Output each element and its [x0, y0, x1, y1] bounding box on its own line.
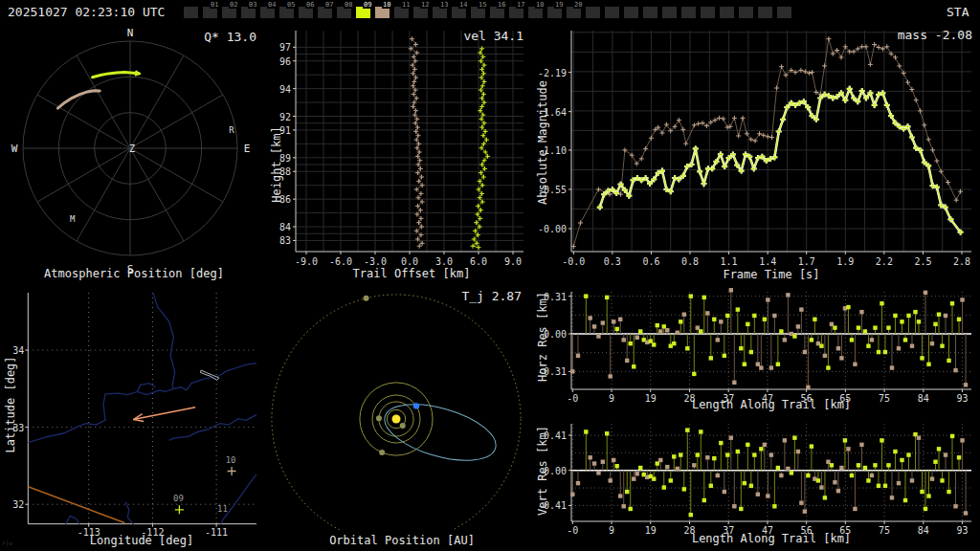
- station-box[interactable]: [777, 7, 791, 18]
- map-features: [28, 293, 256, 525]
- station-box[interactable]: [643, 7, 657, 18]
- tick-label: 84: [918, 525, 929, 536]
- station-box-label: 11: [401, 1, 411, 9]
- tick-label: 75: [879, 393, 890, 404]
- tick-label: 2.8: [953, 256, 970, 267]
- map-plot: 091011: [25, 293, 256, 527]
- station-box-label: 18: [535, 1, 545, 9]
- height-badge: vel 34.1: [463, 29, 523, 43]
- tick-label: 6.0: [470, 256, 487, 267]
- tick-label: -0.41: [538, 500, 567, 511]
- station-box-label: 08: [344, 1, 353, 9]
- mag-plot: [568, 31, 971, 254]
- tick-label: -0.0: [562, 256, 585, 267]
- station-box-label: 14: [458, 1, 468, 9]
- station-box[interactable]: [701, 7, 715, 18]
- station-box[interactable]: [662, 7, 677, 18]
- height-series: [409, 36, 490, 250]
- tick-label: 86: [279, 194, 291, 205]
- map-ylabel: Latitude [deg]: [4, 356, 17, 452]
- tick-label: 0.31: [544, 292, 567, 302]
- tick-label: -113: [78, 527, 100, 538]
- tick-label: -0: [567, 525, 578, 536]
- mode-label[interactable]: STA: [947, 5, 969, 19]
- orbit-rings: [272, 295, 521, 543]
- tick-label: -111: [205, 527, 228, 538]
- tick-label: 1.7: [798, 256, 815, 267]
- tick-label: 94: [279, 84, 291, 95]
- station-box-label: 06: [305, 1, 315, 9]
- tick-label: 0.41: [544, 430, 567, 441]
- tick-label: 0.00: [544, 466, 567, 476]
- svg-text:11: 11: [217, 504, 228, 514]
- tick-label: 65: [839, 525, 851, 536]
- tick-label: 28: [683, 393, 695, 404]
- sky-badge: Q* 13.0: [204, 30, 256, 44]
- tick-label: 91: [279, 125, 291, 136]
- tick-label: 1.1: [721, 256, 738, 267]
- tick-label: 34: [12, 345, 24, 356]
- svg-text:W: W: [11, 143, 18, 155]
- station-box[interactable]: [184, 7, 198, 18]
- tick-label: 56: [801, 525, 813, 536]
- mag-xlabel: Frame Time [s]: [723, 268, 819, 281]
- sky-title: Atmospheric Position [deg]: [44, 267, 224, 280]
- tick-label: 37: [723, 393, 734, 404]
- tick-label: -1.64: [538, 107, 567, 118]
- tick-label: -0: [567, 393, 578, 404]
- tick-label: 0.0: [401, 256, 418, 267]
- tick-label: 0.00: [544, 329, 567, 340]
- tick-label: 92: [279, 112, 291, 122]
- station-box[interactable]: [720, 7, 734, 18]
- tick-label: 65: [839, 393, 851, 404]
- tick-label: 84: [279, 222, 291, 232]
- station-box[interactable]: [739, 7, 753, 18]
- station-box-label: 07: [324, 1, 334, 9]
- vert-res-plot-points: [570, 428, 968, 517]
- station-box-label: 02: [229, 1, 238, 9]
- tick-label: 9.0: [504, 256, 522, 267]
- tick-label: 3.0: [435, 256, 453, 267]
- mag-badge: mass -2.08: [898, 28, 972, 42]
- horz-res-plot-points: [570, 288, 968, 389]
- station-box-label: 13: [439, 1, 449, 9]
- tick-label: -0.55: [538, 185, 567, 195]
- tick-label: 33: [12, 423, 24, 433]
- station-box-label: 12: [420, 1, 430, 9]
- station-box[interactable]: [758, 7, 772, 18]
- orbit-xlabel: Orbital Position [AU]: [329, 534, 475, 547]
- tick-label: 9: [609, 393, 614, 404]
- tick-label: 28: [683, 525, 695, 536]
- tick-label: 37: [723, 525, 734, 536]
- tick-label: 89: [279, 153, 291, 164]
- tick-label: 9: [609, 525, 614, 536]
- tick-label: 56: [801, 393, 813, 404]
- tick-label: 2.2: [876, 256, 893, 267]
- tick-label: -0.00: [538, 224, 567, 234]
- tick-label: 47: [762, 525, 773, 536]
- station-bar: 0102030405060708091011121314151617181920: [0, 0, 980, 23]
- tick-label: 1.9: [836, 256, 854, 267]
- station-box-label: 16: [497, 1, 506, 9]
- station-box[interactable]: [586, 7, 600, 18]
- station-box[interactable]: [605, 7, 619, 18]
- tick-label: -112: [141, 527, 164, 538]
- tick-label: 83: [279, 235, 291, 246]
- station-box-label: 04: [267, 1, 277, 9]
- tick-label: 19: [645, 393, 657, 404]
- station-box-label: 17: [516, 1, 525, 9]
- tick-label: 97: [279, 42, 291, 53]
- station-box[interactable]: [624, 7, 638, 18]
- station-box-label: 01: [210, 1, 219, 9]
- height-plot: [293, 31, 523, 254]
- station-box-label: 10: [382, 1, 391, 9]
- tick-label: 0.3: [604, 256, 621, 267]
- tick-label: 75: [879, 525, 890, 536]
- svg-text:R: R: [229, 125, 234, 135]
- tick-label: -0.31: [538, 366, 567, 377]
- station-box[interactable]: [681, 7, 696, 18]
- tick-label: -1.10: [538, 145, 567, 156]
- tick-label: -9.0: [295, 256, 318, 267]
- tick-label: -6.0: [329, 256, 352, 267]
- svg-text:E: E: [244, 143, 251, 155]
